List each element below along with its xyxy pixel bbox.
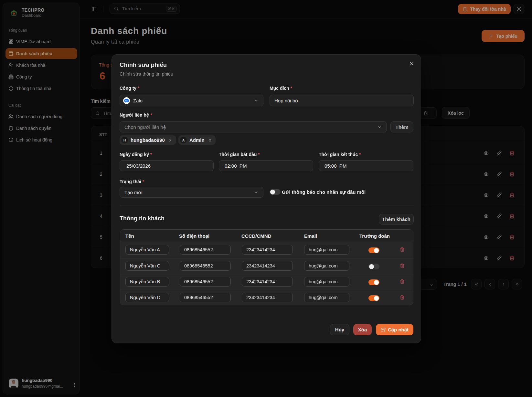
svg-text:Zalo: Zalo: [124, 99, 129, 101]
